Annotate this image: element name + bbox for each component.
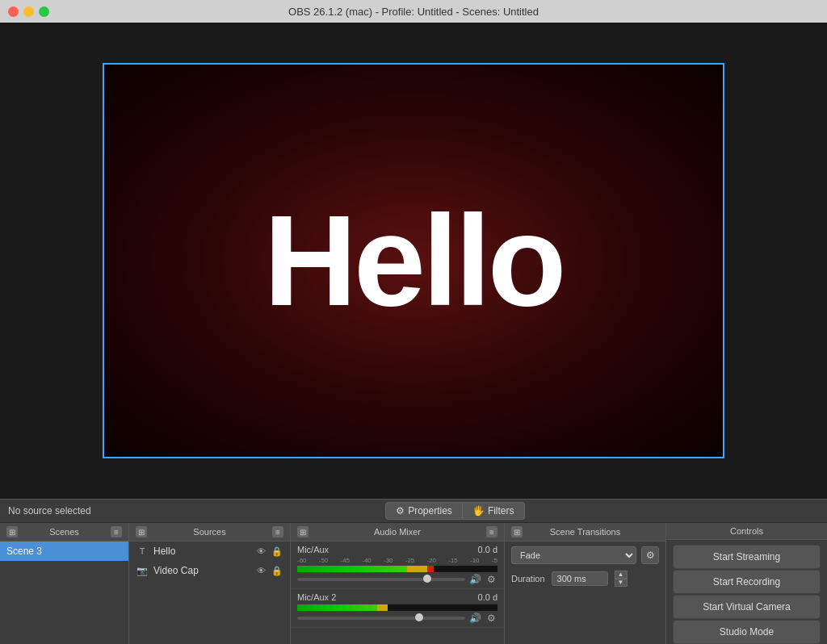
audio-channels: Mic/Aux 0.0 d -60 -50 -45 -40 -30 -25 -2… <box>291 542 504 644</box>
duration-up-button[interactable]: ▲ <box>615 571 628 579</box>
audio-ch1-header: Mic/Aux 0.0 d <box>297 545 497 554</box>
gear-icon: ⚙ <box>396 505 405 516</box>
duration-down-button[interactable]: ▼ <box>615 579 628 587</box>
meter-red-fill <box>427 566 433 572</box>
controls-panel-header: Controls <box>666 523 827 540</box>
preview-hello-text: Hello <box>263 186 563 335</box>
filters-button[interactable]: 🖐 Filters <box>463 502 525 520</box>
scenes-panel-header: ⊞ Scenes ≡ <box>0 523 128 542</box>
scenes-list: Scene 3 <box>0 542 128 644</box>
gear-icon: ⚙ <box>646 550 655 561</box>
window-title: OBS 26.1.2 (mac) - Profile: Untitled - S… <box>288 6 539 18</box>
audio-meter-labels: -60 -50 -45 -40 -30 -25 -20 -15 -10 -5 <box>297 557 497 564</box>
audio-mixer-panel: ⊞ Audio Mixer ≡ Mic/Aux 0.0 d -60 -50 -4… <box>291 523 505 644</box>
scene-item[interactable]: Scene 3 <box>0 542 128 561</box>
duration-input[interactable] <box>552 571 608 586</box>
audio-add-icon[interactable]: ⊞ <box>297 526 309 537</box>
audio-ch1-meter <box>297 566 497 572</box>
preview-area: Hello <box>0 23 827 499</box>
mute-button-1[interactable]: 🔊 <box>468 574 481 585</box>
meter-green-fill <box>297 566 407 572</box>
audio-ch1-db: 0.0 d <box>478 545 497 554</box>
audio-ch2-controls: 🔊 ⚙ <box>297 613 497 624</box>
audio-channel-2: Mic/Aux 2 0.0 d 🔊 ⚙ <box>291 589 504 628</box>
start-virtual-camera-button[interactable]: Start Virtual Camera <box>673 595 821 619</box>
meter2-green-fill <box>297 604 377 611</box>
source-lock-icon[interactable]: 🔒 <box>271 545 283 558</box>
scenes-panel: ⊞ Scenes ≡ Scene 3 <box>0 523 129 644</box>
scenes-header-label: Scenes <box>49 527 79 537</box>
volume-slider-1[interactable] <box>297 578 465 581</box>
audio-ch1-name: Mic/Aux <box>297 545 329 554</box>
sources-menu-icon[interactable]: ≡ <box>272 526 283 537</box>
transitions-content: Fade ⚙ Duration ▲ ▼ <box>505 542 665 644</box>
audio-channel-1: Mic/Aux 0.0 d -60 -50 -45 -40 -30 -25 -2… <box>291 542 504 589</box>
source-videocap-actions: 👁 🔒 <box>254 564 283 577</box>
sources-add-icon[interactable]: ⊞ <box>136 526 147 537</box>
properties-filters-bar: ⚙ Properties 🖐 Filters <box>385 502 524 520</box>
transitions-panel: ⊞ Scene Transitions Fade ⚙ Duration <box>505 523 666 644</box>
transitions-add-icon[interactable]: ⊞ <box>511 526 523 537</box>
audio-ch2-db: 0.0 d <box>478 592 497 602</box>
sources-panel: ⊞ Sources ≡ T Hello 👁 🔒 📷 Video Cap <box>129 523 291 644</box>
close-button[interactable] <box>8 6 19 17</box>
volume-thumb-1[interactable] <box>423 575 431 583</box>
start-streaming-button[interactable]: Start Streaming <box>673 545 821 569</box>
settings-button-2[interactable]: ⚙ <box>485 613 497 624</box>
volume-thumb-2[interactable] <box>415 613 423 621</box>
window-controls[interactable] <box>8 6 49 17</box>
audio-menu-icon[interactable]: ≡ <box>486 526 497 537</box>
video-source-icon: 📷 <box>136 564 149 577</box>
duration-label: Duration <box>511 574 545 583</box>
transition-settings-button[interactable]: ⚙ <box>641 546 659 564</box>
bottom-panel: No source selected ⚙ Properties 🖐 Filter… <box>0 499 827 644</box>
mute-button-2[interactable]: 🔊 <box>468 613 481 624</box>
scenes-menu-icon[interactable]: ≡ <box>111 526 122 537</box>
meter-yellow-fill <box>407 566 427 572</box>
properties-button[interactable]: ⚙ Properties <box>385 502 463 520</box>
source-eye-icon[interactable]: 👁 <box>254 545 267 558</box>
controls-panel: Controls Start Streaming Start Recording… <box>666 523 827 644</box>
source-item-videocap[interactable]: 📷 Video Cap 👁 🔒 <box>129 561 290 580</box>
duration-row: Duration ▲ ▼ <box>505 569 665 588</box>
panels-row: ⊞ Scenes ≡ Scene 3 ⊞ Sources ≡ T Hello <box>0 523 827 644</box>
transitions-header-label: Scene Transitions <box>550 527 620 537</box>
sources-panel-header: ⊞ Sources ≡ <box>129 523 290 542</box>
source-videocap-eye-icon[interactable]: 👁 <box>254 564 267 577</box>
audio-ch1-controls: 🔊 ⚙ <box>297 574 497 585</box>
source-item-hello[interactable]: T Hello 👁 🔒 <box>129 542 290 561</box>
audio-ch2-header: Mic/Aux 2 0.0 d <box>297 592 497 602</box>
volume-slider-2[interactable] <box>297 617 465 620</box>
duration-spinner: ▲ ▼ <box>615 571 628 587</box>
scenes-add-icon[interactable]: ⊞ <box>6 526 18 537</box>
sources-list: T Hello 👁 🔒 📷 Video Cap 👁 🔒 <box>129 542 290 644</box>
meter2-yellow-fill <box>377 604 387 611</box>
source-name-videocap: Video Cap <box>153 565 250 576</box>
status-bar: No source selected ⚙ Properties 🖐 Filter… <box>0 499 827 523</box>
settings-button-1[interactable]: ⚙ <box>485 574 497 585</box>
transition-select[interactable]: Fade <box>511 546 636 564</box>
audio-header-label: Audio Mixer <box>374 527 421 537</box>
source-name-hello: Hello <box>153 546 250 557</box>
sources-header-label: Sources <box>193 527 225 537</box>
filter-icon: 🖐 <box>472 505 485 516</box>
transitions-panel-header: ⊞ Scene Transitions <box>505 523 665 542</box>
controls-header-label: Controls <box>730 526 763 536</box>
audio-ch2-name: Mic/Aux 2 <box>297 592 336 602</box>
source-hello-actions: 👁 🔒 <box>254 545 283 558</box>
controls-buttons: Start Streaming Start Recording Start Vi… <box>666 540 827 644</box>
audio-panel-header: ⊞ Audio Mixer ≡ <box>291 523 504 542</box>
minimize-button[interactable] <box>23 6 34 17</box>
source-videocap-lock-icon[interactable]: 🔒 <box>271 564 283 577</box>
transition-type-row: Fade ⚙ <box>505 542 665 569</box>
studio-mode-button[interactable]: Studio Mode <box>673 620 821 644</box>
audio-ch2-meter <box>297 604 497 611</box>
no-source-text: No source selected <box>8 505 91 516</box>
start-recording-button[interactable]: Start Recording <box>673 570 821 594</box>
text-source-icon: T <box>136 545 149 558</box>
title-bar: OBS 26.1.2 (mac) - Profile: Untitled - S… <box>0 0 827 23</box>
preview-canvas: Hello <box>103 63 724 458</box>
maximize-button[interactable] <box>39 6 49 17</box>
